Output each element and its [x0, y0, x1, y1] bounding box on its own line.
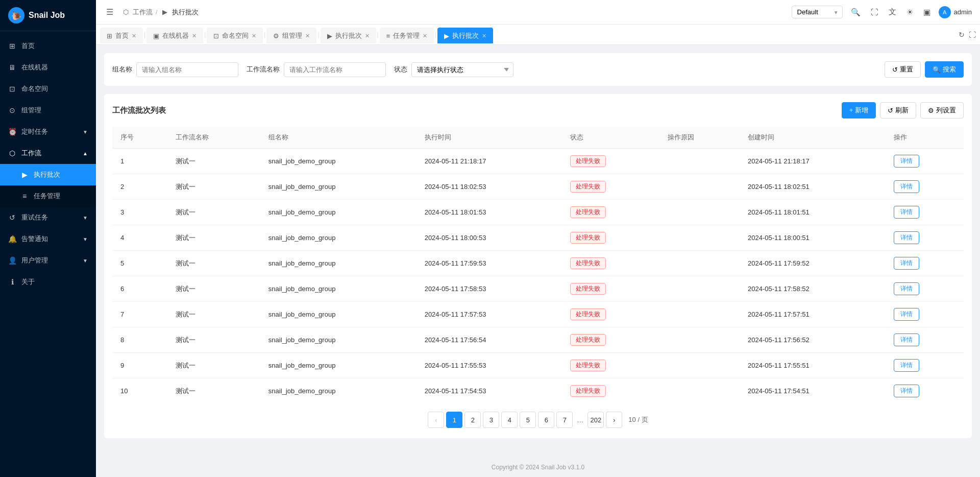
- breadcrumb-exec-batch: 执行批次: [172, 8, 199, 17]
- tab-namespace[interactable]: ⊡ 命名空间 ✕: [207, 28, 263, 43]
- cell-group-name: snail_job_demo_group: [260, 251, 416, 276]
- page-btn-6[interactable]: 6: [538, 412, 554, 428]
- cell-group-name: snail_job_demo_group: [260, 327, 416, 353]
- tab-home-close[interactable]: ✕: [132, 33, 136, 39]
- page-btn-7[interactable]: 7: [556, 412, 573, 428]
- table-body: 1 测试一 snail_job_demo_group 2024-05-11 21…: [112, 149, 964, 404]
- tab-refresh-btn[interactable]: ↻: [959, 31, 965, 39]
- sidebar-item-user-manage[interactable]: 👤 用户管理 ▼: [0, 250, 96, 271]
- tab-group-manage-label: 组管理: [282, 31, 302, 40]
- tab-exec-batch-close[interactable]: ✕: [482, 33, 486, 39]
- sidebar-item-online-machine[interactable]: 🖥 在线机器: [0, 57, 96, 78]
- prev-page-btn[interactable]: ‹: [428, 412, 444, 428]
- admin-btn[interactable]: A admin: [939, 6, 972, 18]
- tab-task-manage[interactable]: ≡ 任务管理 ✕: [380, 28, 434, 43]
- tab-online-machine[interactable]: ▣ 在线机器 ✕: [146, 28, 203, 43]
- app-name: Snail Job: [29, 11, 65, 20]
- sidebar-item-home[interactable]: ⊞ 首页: [0, 35, 96, 57]
- tab-group-manage-icon: ⚙: [273, 32, 279, 40]
- page-btn-5[interactable]: 5: [520, 412, 536, 428]
- cell-exec-time: 2024-05-11 17:56:54: [416, 327, 562, 353]
- cell-status: 处理失败: [562, 327, 659, 353]
- status-select[interactable]: 请选择执行状态 处理成功 处理失败 运行中 停止: [411, 62, 513, 77]
- exec-batch-icon: ▶: [20, 171, 29, 179]
- group-name-label: 组名称: [112, 65, 132, 74]
- col-seq: 序号: [112, 127, 167, 149]
- sidebar-item-retry-task-label: 重试任务: [21, 213, 48, 222]
- sidebar-item-workflow[interactable]: ⬡ 工作流 ▲: [0, 142, 96, 164]
- workflow-name-input[interactable]: [284, 62, 386, 77]
- tab-task-manage-close[interactable]: ✕: [423, 33, 427, 39]
- detail-btn[interactable]: 详情: [894, 282, 919, 295]
- sidebar-item-alert-notify[interactable]: 🔔 告警通知 ▼: [0, 228, 96, 250]
- sidebar-item-group-manage[interactable]: ⊙ 组管理: [0, 100, 96, 121]
- cell-seq: 1: [112, 149, 167, 174]
- user-manage-arrow: ▼: [83, 258, 88, 264]
- tab-bar-right: ↻ ⛶: [959, 31, 976, 39]
- page-btn-3[interactable]: 3: [483, 412, 499, 428]
- tab-exec-batch[interactable]: ▶ 执行批次 ✕: [437, 28, 493, 43]
- search-icon-btn[interactable]: 🔍: [849, 6, 863, 19]
- layout-icon-btn[interactable]: ▣: [921, 6, 933, 19]
- page-btn-2[interactable]: 2: [464, 412, 481, 428]
- footer-text: Copyright © 2024 Snail Job v3.1.0: [492, 464, 584, 471]
- tab-fullscreen-btn[interactable]: ⛶: [969, 31, 976, 39]
- detail-btn[interactable]: 详情: [894, 155, 919, 168]
- tab-online-machine-icon: ▣: [153, 32, 159, 40]
- detail-btn[interactable]: 详情: [894, 333, 919, 346]
- page-btn-4[interactable]: 4: [501, 412, 518, 428]
- tab-job-batch[interactable]: ▶ 执行批次 ✕: [321, 28, 376, 43]
- user-manage-icon: 👤: [8, 256, 16, 265]
- tab-home[interactable]: ⊞ 首页 ✕: [100, 28, 143, 43]
- sidebar-item-namespace[interactable]: ⊡ 命名空间: [0, 78, 96, 100]
- breadcrumb-workflow[interactable]: 工作流: [133, 8, 153, 17]
- page-btn-last[interactable]: 202: [587, 412, 604, 428]
- detail-btn[interactable]: 详情: [894, 180, 919, 193]
- cell-group-name: snail_job_demo_group: [260, 149, 416, 174]
- search-btn[interactable]: 🔍 搜索: [925, 61, 964, 78]
- main-content: ☰ ⬡ 工作流 / ▶ 执行批次 Default ▼ 🔍 ⛶ 文 ☀ ▣ A a…: [96, 0, 980, 477]
- cell-action: 详情: [886, 174, 964, 200]
- tab-online-machine-close[interactable]: ✕: [192, 33, 197, 39]
- table-title: 工作流批次列表: [112, 106, 166, 115]
- settings-btn[interactable]: ⚙ 列设置: [920, 102, 964, 118]
- sidebar-item-exec-batch[interactable]: ▶ 执行批次: [0, 164, 96, 185]
- sidebar-item-task-manage[interactable]: ≡ 任务管理: [0, 185, 96, 207]
- theme-icon-btn[interactable]: ☀: [904, 6, 915, 19]
- detail-btn[interactable]: 详情: [894, 231, 919, 244]
- table-section: 工作流批次列表 + 新增 ↺ 刷新 ⚙ 列设置: [104, 94, 972, 438]
- translate-icon-btn[interactable]: 文: [887, 5, 898, 19]
- sidebar-item-online-machine-label: 在线机器: [21, 63, 48, 72]
- sidebar-item-about[interactable]: ℹ 关于: [0, 271, 96, 293]
- breadcrumb: ⬡ 工作流 / ▶ 执行批次: [121, 8, 199, 17]
- cell-group-name: snail_job_demo_group: [260, 353, 416, 378]
- status-badge: 处理失败: [570, 257, 606, 269]
- tab-group-manage[interactable]: ⚙ 组管理 ✕: [266, 28, 316, 43]
- detail-btn[interactable]: 详情: [894, 206, 919, 219]
- sidebar-item-scheduled-task[interactable]: ⏰ 定时任务 ▼: [0, 121, 96, 142]
- reset-btn[interactable]: ↺ 重置: [885, 61, 921, 78]
- refresh-btn[interactable]: ↺ 刷新: [880, 102, 916, 118]
- logo[interactable]: 🐌 Snail Job: [0, 0, 96, 31]
- group-name-input[interactable]: [136, 62, 238, 77]
- admin-label: admin: [954, 8, 972, 16]
- cell-status: 处理失败: [562, 149, 659, 174]
- sidebar-item-scheduled-task-label: 定时任务: [21, 127, 48, 136]
- expand-icon-btn[interactable]: ⛶: [869, 6, 880, 18]
- cell-reason: [659, 353, 740, 378]
- page-btn-1[interactable]: 1: [446, 412, 462, 428]
- add-btn[interactable]: + 新增: [842, 102, 876, 118]
- detail-btn[interactable]: 详情: [894, 257, 919, 270]
- detail-btn[interactable]: 详情: [894, 385, 919, 397]
- sidebar-item-retry-task[interactable]: ↺ 重试任务 ▼: [0, 207, 96, 228]
- detail-btn[interactable]: 详情: [894, 308, 919, 321]
- tab-namespace-close[interactable]: ✕: [252, 33, 256, 39]
- menu-toggle-btn[interactable]: ☰: [104, 5, 115, 19]
- next-page-btn[interactable]: ›: [606, 412, 622, 428]
- tab-home-label: 首页: [115, 31, 129, 40]
- tab-job-batch-close[interactable]: ✕: [365, 33, 370, 39]
- tab-exec-batch-label: 执行批次: [452, 31, 479, 40]
- detail-btn[interactable]: 详情: [894, 359, 919, 372]
- namespace-select[interactable]: Default: [792, 6, 843, 18]
- tab-group-manage-close[interactable]: ✕: [305, 33, 310, 39]
